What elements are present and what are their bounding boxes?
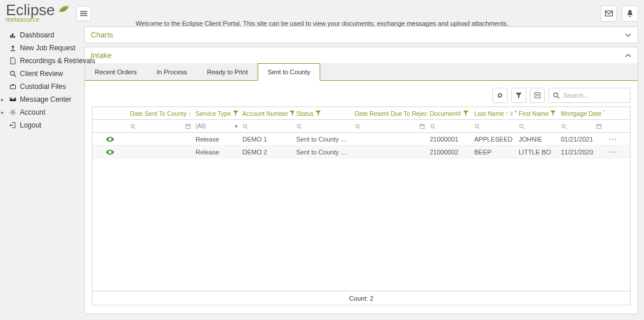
calendar-icon[interactable] <box>419 123 425 129</box>
cell-mortgage-date: 01/21/2021 <box>559 136 604 143</box>
sidebar-item-label: Message Center <box>20 95 71 104</box>
intake-tabbar: Recent Orders In Process Ready to Print … <box>85 63 638 81</box>
funnel-clear-icon <box>515 92 522 99</box>
search-icon <box>553 92 560 99</box>
sidebar-item-message-center[interactable]: ▸Message Center <box>0 93 82 106</box>
mail-icon <box>605 9 613 18</box>
data-grid: Date Sent To County↓1 Service Type Accou… <box>92 106 631 305</box>
calendar-icon[interactable] <box>185 123 191 129</box>
filter-icon[interactable] <box>463 111 468 116</box>
filter-document[interactable] <box>427 123 472 129</box>
gear-icon <box>9 109 16 116</box>
sidebar-item-label: Dashboard <box>20 31 54 39</box>
caret-right-icon[interactable]: ▸ <box>1 109 4 115</box>
filter-first-name[interactable] <box>516 123 559 129</box>
col-status[interactable]: Status <box>294 110 352 117</box>
filter-date-resent[interactable] <box>352 123 427 129</box>
search-input[interactable] <box>562 91 626 99</box>
tab-in-process[interactable]: In Process <box>147 63 197 80</box>
filter-icon[interactable] <box>550 111 556 116</box>
welcome-text: Welcome to the Eclipse Client Portal. Th… <box>136 20 509 27</box>
col-account-number[interactable]: Account Number <box>240 110 294 117</box>
search-icon <box>355 123 361 129</box>
table-row[interactable]: Release DEMO 2 Sent to County Recorder 2… <box>93 146 630 159</box>
bars-icon <box>80 9 88 18</box>
row-actions-button[interactable]: ⋯ <box>604 147 622 157</box>
mail-button[interactable] <box>601 5 617 22</box>
search-icon <box>519 123 525 129</box>
chevron-down-icon: ▾ <box>235 123 238 129</box>
cell-last-name: APPLESEED <box>472 136 516 143</box>
filter-icon[interactable] <box>316 111 321 116</box>
col-mortgage-date[interactable]: Mortgage Date <box>559 110 604 117</box>
search-icon <box>9 70 16 77</box>
filter-icon[interactable] <box>603 111 604 116</box>
panel-charts-header[interactable]: Charts <box>85 27 638 43</box>
sidebar: Dashboard New Job Request Recordings & R… <box>0 26 82 320</box>
cell-service-type: Release <box>193 149 240 156</box>
grid-body[interactable]: Release DEMO 1 Sent to County Recorder 2… <box>93 133 630 291</box>
upload-icon <box>9 44 16 51</box>
row-actions-button[interactable]: ⋯ <box>604 135 622 144</box>
sidebar-item-label: Recordings & Retrievals <box>20 57 95 65</box>
grid-search[interactable] <box>549 88 631 103</box>
cell-document: 21000001 <box>427 136 472 143</box>
cell-status: Sent to County Recorder <box>294 149 352 156</box>
menu-toggle-button[interactable] <box>76 6 91 21</box>
cell-service-type: Release <box>193 136 240 143</box>
briefcase-icon <box>9 83 16 90</box>
caret-right-icon[interactable]: ▸ <box>1 97 4 102</box>
col-service-type[interactable]: Service Type <box>193 110 240 117</box>
filter-last-name[interactable] <box>472 123 516 129</box>
filter-date-sent[interactable] <box>128 123 193 129</box>
sidebar-item-label: Logout <box>20 121 42 129</box>
tab-ready-to-print[interactable]: Ready to Print <box>197 63 258 80</box>
col-document[interactable]: Document# <box>427 110 472 117</box>
grid-toolbar <box>92 88 631 103</box>
filter-account-number[interactable] <box>240 123 294 129</box>
search-icon <box>296 123 302 129</box>
clear-filter-button[interactable] <box>511 88 526 103</box>
notifications-button[interactable] <box>622 5 638 22</box>
tab-recent-orders[interactable]: Recent Orders <box>85 63 147 80</box>
view-row-button[interactable] <box>93 149 128 155</box>
tab-sent-to-county[interactable]: Sent to County <box>258 63 320 81</box>
sidebar-item-recordings-retrievals[interactable]: Recordings & Retrievals <box>0 54 82 67</box>
panel-intake: Intake Recent Orders In Process Ready to… <box>84 47 638 314</box>
cell-last-name: BEEP <box>472 149 516 156</box>
col-last-name[interactable]: Last Name↑2 <box>472 110 516 117</box>
grid-header-row: Date Sent To County↓1 Service Type Accou… <box>93 107 630 120</box>
sidebar-item-client-review[interactable]: Client Review <box>0 67 82 80</box>
filter-icon[interactable] <box>233 111 238 116</box>
filter-status[interactable] <box>294 123 352 129</box>
export-button[interactable] <box>530 88 545 103</box>
view-row-button[interactable] <box>93 136 128 142</box>
search-icon <box>474 123 480 129</box>
message-icon <box>9 96 16 103</box>
cell-mortgage-date: 11/21/2020 <box>559 149 604 156</box>
sidebar-item-dashboard[interactable]: Dashboard <box>0 29 82 42</box>
panel-intake-header[interactable]: Intake <box>85 47 638 63</box>
sidebar-item-account[interactable]: ▸Account <box>0 106 82 119</box>
dashboard-icon <box>9 32 16 39</box>
sidebar-item-label: Client Review <box>20 70 63 78</box>
col-date-resent[interactable]: Date Resent Due To Reject <box>352 110 427 117</box>
sidebar-item-new-job-request[interactable]: New Job Request <box>0 42 82 54</box>
document-icon <box>9 57 16 64</box>
filter-mortgage-date[interactable] <box>559 123 604 129</box>
sidebar-item-custodial-files[interactable]: Custodial Files <box>0 80 82 93</box>
sidebar-item-label: New Job Request <box>20 44 76 52</box>
col-first-name[interactable]: First Name <box>516 110 559 117</box>
eye-icon <box>106 136 114 142</box>
sidebar-item-logout[interactable]: Logout <box>0 119 82 132</box>
panel-charts: Charts <box>84 26 638 43</box>
col-date-sent[interactable]: Date Sent To County↓1 <box>128 110 193 117</box>
filter-icon[interactable] <box>290 111 294 116</box>
filter-service-type[interactable]: (All)▾ <box>193 123 240 129</box>
calendar-icon[interactable] <box>596 123 602 129</box>
table-row[interactable]: Release DEMO 1 Sent to County Recorder 2… <box>93 133 630 146</box>
refresh-button[interactable] <box>492 88 508 103</box>
panel-charts-title: Charts <box>91 30 113 39</box>
search-icon <box>242 123 248 129</box>
cell-document: 21000002 <box>427 149 472 156</box>
